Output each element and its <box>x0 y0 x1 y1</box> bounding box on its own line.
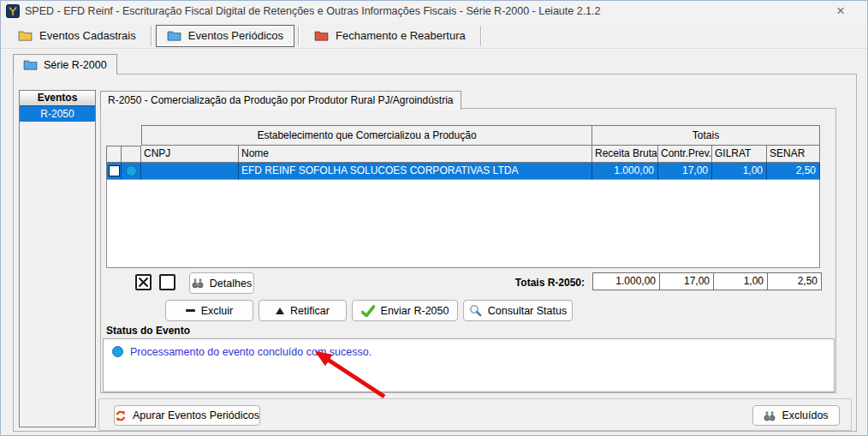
serie-r2000-page: Eventos R-2050 R-2050 - Comercialização … <box>13 74 857 432</box>
column-header-cnpj: CNPJ <box>141 146 239 163</box>
consultar-status-button[interactable]: Consultar Status <box>463 300 573 321</box>
toolbar-separator <box>151 26 152 46</box>
cell-senar: 2,50 <box>767 163 820 180</box>
tab-r2050[interactable]: R-2050 - Comercialização da Produção por… <box>100 91 461 110</box>
button-label: Consultar Status <box>488 305 567 317</box>
cell-cnpj <box>141 163 239 180</box>
column-header-contr-prev: Contr.Prev. <box>658 146 712 163</box>
toolbar: Eventos Cadastrais Eventos Periódicos Fe… <box>1 23 867 48</box>
button-label: Apurar Eventos Periódicos <box>133 409 259 421</box>
detalhes-button[interactable]: Detalhes <box>189 272 254 294</box>
titlebar: SPED - EFD Reinf - Escrituração Fiscal D… <box>1 1 867 22</box>
tab-serie-r2000[interactable]: Série R-2000 <box>13 54 117 75</box>
button-label: Enviar R-2050 <box>381 305 449 317</box>
totals-label: Totais R-2050: <box>426 277 585 289</box>
eventos-list-header: Eventos <box>20 91 95 106</box>
total-receita-bruta: 1.000,00 <box>592 272 660 290</box>
cell-gilrat: 1,00 <box>712 163 767 180</box>
folder-blue-icon <box>167 30 181 41</box>
tab-eventos-periodicos[interactable]: Eventos Periódicos <box>156 25 294 47</box>
cell-contr-prev: 17,00 <box>658 163 712 180</box>
app-icon <box>6 4 20 18</box>
retificar-button[interactable]: Retificar <box>259 300 347 321</box>
total-senar: 2,50 <box>767 272 822 290</box>
tab-label: Eventos Periódicos <box>188 29 283 42</box>
row-checkbox-cell[interactable] <box>106 163 122 180</box>
row-status-cell <box>122 163 141 180</box>
button-label: Excluídos <box>782 409 828 421</box>
status-group-label: Status do Evento <box>106 325 190 337</box>
group-header-totais: Totais <box>592 125 820 146</box>
row-checkbox[interactable] <box>109 165 120 176</box>
button-label: Retificar <box>290 305 330 317</box>
status-dot-icon <box>112 346 123 357</box>
footer-panel: Apurar Eventos Periódicos Excluídos <box>98 398 852 431</box>
tab-label: Fechamento e Reabertura <box>336 29 466 42</box>
magnifier-icon <box>469 304 482 317</box>
excluidos-button[interactable]: Excluídos <box>752 405 840 426</box>
folder-red-icon <box>314 30 329 41</box>
button-label: Excluir <box>201 305 234 317</box>
series-tab-label: Série R-2000 <box>44 59 107 71</box>
green-check-icon <box>361 305 375 317</box>
tab-fechamento-reabertura[interactable]: Fechamento e Reabertura <box>303 25 477 47</box>
folder-yellow-icon <box>18 30 33 41</box>
button-label: Detalhes <box>210 278 252 290</box>
minus-icon <box>186 309 195 312</box>
column-header-gilrat: GILRAT <box>712 146 767 163</box>
total-gilrat: 1,00 <box>713 272 768 290</box>
r2050-page: Estabelecimento que Comercializou a Prod… <box>100 108 836 393</box>
close-icon[interactable]: × <box>836 3 845 20</box>
window-title: SPED - EFD Reinf - Escrituração Fiscal D… <box>25 5 601 17</box>
eventos-list: Eventos R-2050 <box>19 90 96 427</box>
excluir-button[interactable]: Excluir <box>165 300 253 321</box>
toolbar-separator <box>480 26 482 46</box>
status-box: Processamento do evento concluído com su… <box>103 338 835 392</box>
select-all-checkbox[interactable] <box>135 274 152 290</box>
column-header-receita-bruta: Receita Bruta <box>592 146 658 163</box>
cell-nome: EFD REINF SOFOLHA SOLUCOES CORPORATIVAS … <box>239 163 592 180</box>
binoculars-icon <box>764 410 776 421</box>
tab-label: Eventos Cadastrais <box>39 29 136 42</box>
toolbar-separator <box>298 26 300 46</box>
x-mark-icon <box>138 277 149 288</box>
refresh-arrows-icon <box>115 409 127 422</box>
apurar-eventos-button[interactable]: Apurar Eventos Periódicos <box>114 405 260 426</box>
sidebar-item-r2050[interactable]: R-2050 <box>20 106 95 122</box>
binoculars-icon <box>192 278 204 289</box>
tab-eventos-cadastrais[interactable]: Eventos Cadastrais <box>7 25 147 47</box>
total-contr-prev: 17,00 <box>659 272 714 290</box>
status-message: Processamento do evento concluído com su… <box>130 346 372 358</box>
grid-empty-area <box>106 180 820 268</box>
cell-receita-bruta: 1.000,00 <box>592 163 658 180</box>
column-header-nome: Nome <box>239 146 592 163</box>
grid-corner-spacer <box>106 125 141 146</box>
toolbar-divider <box>1 48 867 50</box>
r2050-grid: Estabelecimento que Comercializou a Prod… <box>106 125 822 268</box>
app-window: SPED - EFD Reinf - Escrituração Fiscal D… <box>0 0 868 436</box>
column-header-senar: SENAR <box>767 146 820 163</box>
column-header-status <box>122 146 141 163</box>
folder-blue-icon <box>23 59 38 70</box>
group-header-estabelecimento: Estabelecimento que Comercializou a Prod… <box>141 125 592 146</box>
column-header-check <box>106 146 122 163</box>
deselect-all-checkbox[interactable] <box>159 274 175 290</box>
blue-dot-icon <box>126 165 137 176</box>
enviar-r2050-button[interactable]: Enviar R-2050 <box>352 300 458 321</box>
triangle-up-icon <box>276 308 284 314</box>
